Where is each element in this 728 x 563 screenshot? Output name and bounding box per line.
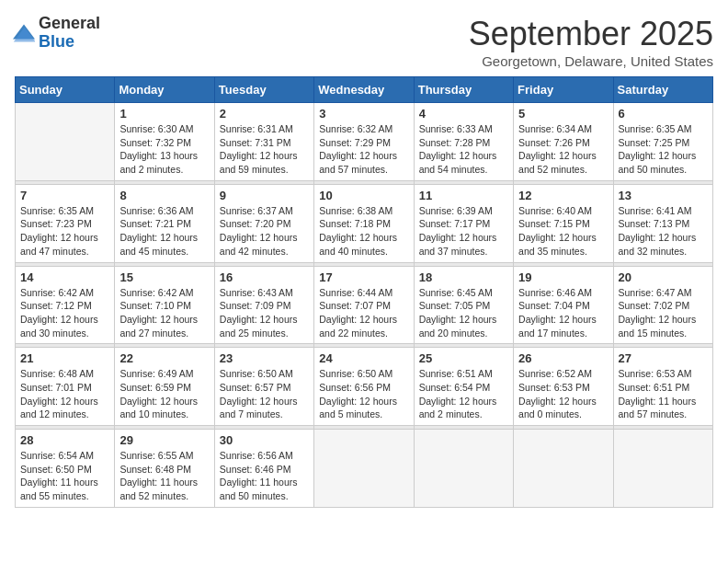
location-text: Georgetown, Delaware, United States <box>469 53 713 69</box>
calendar-cell: 9Sunrise: 6:37 AMSunset: 7:20 PMDaylight… <box>214 184 313 262</box>
day-info-line: and 17 minutes. <box>518 327 608 340</box>
day-info-line: Sunrise: 6:41 AM <box>619 204 708 218</box>
calendar-cell: 11Sunrise: 6:39 AMSunset: 7:17 PMDayligh… <box>414 184 513 262</box>
day-number: 13 <box>619 189 708 202</box>
day-number: 28 <box>20 433 109 447</box>
month-title: September 2025 <box>469 15 713 53</box>
calendar-week-row: 7Sunrise: 6:35 AMSunset: 7:23 PMDaylight… <box>16 184 713 262</box>
day-info-line: Sunrise: 6:49 AM <box>119 367 209 381</box>
day-info-line: and 35 minutes. <box>518 245 608 259</box>
day-number: 24 <box>319 351 408 365</box>
day-info-line: Sunset: 7:26 PM <box>518 136 608 150</box>
day-number: 3 <box>319 107 408 121</box>
day-number: 15 <box>119 270 209 284</box>
day-info-line: and 27 minutes. <box>119 327 209 340</box>
day-info-line: and 54 minutes. <box>419 163 508 177</box>
calendar-cell: 18Sunrise: 6:45 AMSunset: 7:05 PMDayligh… <box>414 266 513 344</box>
day-info-line: Daylight: 12 hours <box>119 395 209 408</box>
calendar-header-row: SundayMondayTuesdayWednesdayThursdayFrid… <box>16 77 713 103</box>
day-info-line: and 5 minutes. <box>319 408 408 421</box>
day-info-line: Daylight: 12 hours <box>20 313 109 327</box>
calendar-header-wednesday: Wednesday <box>314 77 414 103</box>
calendar-cell: 12Sunrise: 6:40 AMSunset: 7:15 PMDayligh… <box>514 184 613 262</box>
calendar-cell: 1Sunrise: 6:30 AMSunset: 7:32 PMDaylight… <box>115 103 214 181</box>
calendar-cell: 19Sunrise: 6:46 AMSunset: 7:04 PMDayligh… <box>514 266 613 344</box>
day-info-line: Sunset: 6:59 PM <box>119 381 209 395</box>
day-info-line: Sunrise: 6:42 AM <box>119 286 209 300</box>
calendar-cell: 26Sunrise: 6:52 AMSunset: 6:53 PMDayligh… <box>514 348 613 426</box>
calendar-cell: 29Sunrise: 6:55 AMSunset: 6:48 PMDayligh… <box>115 430 214 508</box>
day-info-line: and 52 minutes. <box>119 489 209 503</box>
day-info-line: Sunrise: 6:31 AM <box>220 122 309 136</box>
day-info-line: and 59 minutes. <box>220 163 309 177</box>
calendar-cell: 7Sunrise: 6:35 AMSunset: 7:23 PMDaylight… <box>16 184 115 262</box>
day-info-line: and 22 minutes. <box>319 327 408 340</box>
day-info-line: Sunrise: 6:36 AM <box>119 204 209 218</box>
day-info-line: and 20 minutes. <box>419 327 508 340</box>
day-number: 23 <box>220 351 309 365</box>
day-number: 9 <box>220 189 309 202</box>
logo-icon <box>13 24 35 42</box>
day-info-line: Daylight: 12 hours <box>20 395 109 408</box>
day-info-line: Sunset: 7:25 PM <box>619 136 708 150</box>
day-info-line: and 57 minutes. <box>619 408 708 421</box>
calendar-header-sunday: Sunday <box>16 77 115 103</box>
day-number: 30 <box>220 433 309 447</box>
day-info-line: and 2 minutes. <box>419 408 508 421</box>
day-info-line: and 50 minutes. <box>619 163 708 177</box>
day-number: 22 <box>119 351 209 365</box>
day-info-line: Sunset: 7:21 PM <box>119 217 209 231</box>
day-info-line: Sunrise: 6:34 AM <box>518 122 608 136</box>
day-info-line: and 30 minutes. <box>20 327 109 340</box>
day-info-line: Daylight: 11 hours <box>119 476 209 489</box>
day-info-line: Sunset: 7:13 PM <box>619 217 708 231</box>
day-info-line: Sunrise: 6:35 AM <box>619 122 708 136</box>
day-info-line: Sunset: 7:23 PM <box>20 217 109 231</box>
calendar-table: SundayMondayTuesdayWednesdayThursdayFrid… <box>15 76 713 508</box>
day-info-line: Daylight: 12 hours <box>619 231 708 245</box>
calendar-cell <box>613 430 712 508</box>
day-info-line: Daylight: 12 hours <box>119 231 209 245</box>
day-info-line: and 15 minutes. <box>619 327 708 340</box>
day-number: 2 <box>220 107 309 121</box>
day-info-line: Daylight: 12 hours <box>119 313 209 327</box>
day-info-line: Sunset: 7:09 PM <box>220 299 309 313</box>
calendar-cell: 15Sunrise: 6:42 AMSunset: 7:10 PMDayligh… <box>115 266 214 344</box>
day-info-line: Sunset: 7:01 PM <box>20 381 109 395</box>
day-number: 5 <box>518 107 608 121</box>
day-number: 27 <box>619 351 708 365</box>
day-info-line: Daylight: 12 hours <box>220 395 309 408</box>
day-info-line: and 25 minutes. <box>220 327 309 340</box>
day-info-line: Daylight: 12 hours <box>518 395 608 408</box>
day-info-line: Sunrise: 6:30 AM <box>119 122 209 136</box>
day-number: 29 <box>119 433 209 447</box>
day-info-line: Daylight: 12 hours <box>419 231 508 245</box>
logo-blue-text: Blue <box>39 33 100 52</box>
day-info-line: Daylight: 12 hours <box>518 149 608 163</box>
calendar-cell: 24Sunrise: 6:50 AMSunset: 6:56 PMDayligh… <box>314 348 414 426</box>
day-info-line: Sunset: 7:28 PM <box>419 136 508 150</box>
calendar-cell: 23Sunrise: 6:50 AMSunset: 6:57 PMDayligh… <box>214 348 313 426</box>
day-number: 11 <box>419 189 508 202</box>
day-info-line: Daylight: 11 hours <box>619 395 708 408</box>
day-info-line: Daylight: 12 hours <box>220 149 309 163</box>
day-info-line: Daylight: 12 hours <box>319 149 408 163</box>
calendar-header-tuesday: Tuesday <box>214 77 313 103</box>
day-info-line: Sunrise: 6:32 AM <box>319 122 408 136</box>
day-info-line: Daylight: 12 hours <box>319 231 408 245</box>
day-number: 6 <box>619 107 708 121</box>
day-number: 25 <box>419 351 508 365</box>
calendar-cell: 8Sunrise: 6:36 AMSunset: 7:21 PMDaylight… <box>115 184 214 262</box>
day-info-line: Sunrise: 6:33 AM <box>419 122 508 136</box>
calendar-cell: 10Sunrise: 6:38 AMSunset: 7:18 PMDayligh… <box>314 184 414 262</box>
day-info-line: Sunrise: 6:50 AM <box>319 367 408 381</box>
day-number: 17 <box>319 270 408 284</box>
day-number: 8 <box>119 189 209 202</box>
day-info-line: Sunset: 6:54 PM <box>419 381 508 395</box>
day-info-line: Sunset: 6:53 PM <box>518 381 608 395</box>
day-info-line: and 10 minutes. <box>119 408 209 421</box>
day-info-line: and 55 minutes. <box>20 489 109 503</box>
day-info-line: Sunset: 7:20 PM <box>220 217 309 231</box>
day-info-line: Sunrise: 6:55 AM <box>119 449 209 463</box>
calendar-cell: 25Sunrise: 6:51 AMSunset: 6:54 PMDayligh… <box>414 348 513 426</box>
